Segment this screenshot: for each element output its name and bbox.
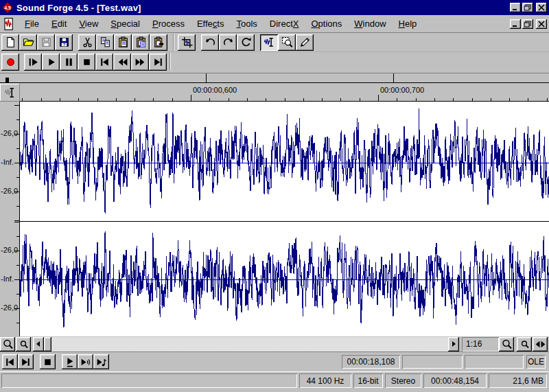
ruler-major-tick bbox=[378, 95, 379, 101]
zoom-in-horizontal-button[interactable] bbox=[499, 337, 514, 351]
ruler-minor-tick bbox=[247, 98, 248, 101]
toolbar-button-cut[interactable] bbox=[78, 34, 96, 51]
ruler-minor-tick bbox=[116, 98, 117, 101]
menu-item-options[interactable]: Options bbox=[305, 16, 348, 31]
level-label: -26,0 bbox=[1, 187, 19, 195]
ruler-minor-tick bbox=[303, 98, 304, 101]
ruler-minor-tick bbox=[135, 98, 135, 101]
ruler-major-tick bbox=[191, 95, 191, 101]
level-label: -26,0 bbox=[1, 129, 19, 137]
toolbar-button-paste-new[interactable] bbox=[150, 34, 167, 51]
transport-fast-forward-button[interactable] bbox=[131, 54, 149, 71]
menu-item-help[interactable]: Help bbox=[393, 16, 423, 31]
tool-corner-box[interactable] bbox=[0, 84, 20, 102]
zoom-out-vertical-button[interactable] bbox=[0, 337, 15, 351]
channel-mode-value: Stereo bbox=[391, 376, 415, 386]
overview-bar[interactable] bbox=[0, 73, 549, 83]
document-icon[interactable] bbox=[2, 18, 14, 30]
close-button[interactable] bbox=[536, 3, 547, 12]
playbar-play-device-button[interactable] bbox=[78, 354, 93, 369]
transport-rewind-button[interactable] bbox=[113, 54, 131, 71]
overview-view-mark bbox=[393, 73, 394, 82]
playbar-play-normal-button[interactable] bbox=[62, 354, 78, 369]
zoom-window-button[interactable] bbox=[533, 337, 548, 351]
mdi-minimize-button[interactable] bbox=[510, 19, 521, 29]
playbar-play-preview-button[interactable] bbox=[93, 354, 109, 369]
svg-text:4.5: 4.5 bbox=[4, 5, 11, 10]
toolbar-button-pencil[interactable] bbox=[296, 34, 314, 51]
transport-record-button[interactable] bbox=[1, 54, 19, 71]
transport-play-button[interactable] bbox=[42, 54, 60, 71]
transport-pause-button[interactable] bbox=[60, 54, 78, 71]
playbar-empty-panel-2 bbox=[465, 355, 524, 369]
menu-bar: FileEditViewSpecialProcessEffectsToolsDi… bbox=[0, 15, 549, 33]
zoom-ratio-value: 1:16 bbox=[466, 339, 482, 349]
level-label: -Inf. bbox=[1, 158, 19, 166]
toolbar-button-save-as[interactable]: ? bbox=[55, 34, 73, 51]
ruler-minor-tick bbox=[397, 98, 397, 101]
toolbar-button-edit-tool[interactable] bbox=[260, 34, 278, 51]
menu-item-directx[interactable]: DirectX bbox=[264, 16, 305, 31]
time-ruler[interactable]: 00:00:00,60000:00:00,700 bbox=[20, 84, 549, 102]
ruler-minor-tick bbox=[229, 98, 229, 101]
mdi-restore-button[interactable] bbox=[522, 19, 533, 29]
playbar-go-start-button[interactable] bbox=[2, 354, 18, 369]
toolbar-button-paste[interactable] bbox=[114, 34, 132, 51]
toolbar-button-paste-special[interactable] bbox=[132, 34, 150, 51]
level-tick bbox=[14, 279, 19, 280]
overview-cursor-mark bbox=[5, 78, 9, 82]
transport-go-start-button[interactable] bbox=[95, 54, 113, 71]
ruler-minor-tick bbox=[453, 98, 454, 101]
toolbar-button-undo[interactable] bbox=[201, 34, 219, 51]
toolbar-button-open-folder[interactable] bbox=[19, 34, 37, 51]
zoom-out-horizontal-button[interactable] bbox=[517, 337, 532, 351]
transport-stop-button[interactable] bbox=[78, 54, 95, 71]
mdi-close-button[interactable] bbox=[536, 19, 547, 29]
level-tick bbox=[14, 192, 19, 192]
file-size-value: 21,6 MB bbox=[513, 376, 544, 386]
scroll-right-button[interactable] bbox=[448, 337, 459, 351]
transport-play-all-button[interactable] bbox=[24, 54, 42, 71]
window-title: Sound Forge 4.5 - [Test.wav] bbox=[16, 3, 510, 13]
bit-depth-value: 16-bit bbox=[358, 376, 378, 386]
playbar-go-end-button[interactable] bbox=[18, 354, 34, 369]
toolbar-button-new-file[interactable] bbox=[1, 34, 19, 51]
level-tick bbox=[14, 105, 19, 106]
ruler-minor-tick bbox=[472, 98, 473, 101]
toolbar-button-trim[interactable] bbox=[178, 34, 196, 51]
total-length-value: 00:00:48,154 bbox=[431, 376, 479, 386]
restore-button[interactable] bbox=[522, 3, 533, 12]
menu-item-tools[interactable]: Tools bbox=[230, 16, 263, 31]
zoom-in-vertical-button[interactable] bbox=[16, 337, 31, 351]
toolbar-button-save bbox=[37, 34, 55, 51]
scrollbar-thumb[interactable] bbox=[44, 337, 51, 351]
ruler-time-label: 00:00:00,700 bbox=[380, 86, 424, 94]
menu-item-file[interactable]: File bbox=[19, 16, 45, 31]
menu-item-edit[interactable]: Edit bbox=[45, 16, 73, 31]
sample-rate-panel: 44 100 Hz bbox=[299, 373, 351, 388]
level-tick bbox=[14, 220, 19, 221]
ruler-minor-tick bbox=[322, 98, 323, 101]
transport-go-end-button[interactable] bbox=[149, 54, 167, 71]
playbar: 00:00:18,108 OLE bbox=[0, 352, 549, 371]
toolbar-button-redo[interactable] bbox=[219, 34, 237, 51]
minimize-button[interactable] bbox=[510, 3, 521, 12]
toolbar-separator bbox=[173, 34, 174, 51]
menu-item-window[interactable]: Window bbox=[348, 16, 392, 31]
scroll-left-button[interactable] bbox=[33, 337, 44, 351]
ruler-minor-tick bbox=[285, 98, 285, 101]
menu-item-view[interactable]: View bbox=[73, 16, 104, 31]
playback-position-value: 00:00:18,108 bbox=[347, 357, 395, 367]
menu-item-process[interactable]: Process bbox=[146, 16, 191, 31]
menu-item-special[interactable]: Special bbox=[104, 16, 146, 31]
toolbar-button-copy[interactable] bbox=[96, 34, 114, 51]
playbar-stop-button[interactable] bbox=[40, 354, 56, 369]
waveform-display[interactable] bbox=[20, 102, 549, 336]
main-toolbar: ? bbox=[0, 33, 549, 52]
level-tick bbox=[14, 308, 19, 309]
toolbar-button-magnify[interactable] bbox=[278, 34, 296, 51]
toolbar-button-repeat[interactable] bbox=[237, 34, 255, 51]
ruler-minor-tick bbox=[360, 98, 360, 101]
scrollbar-track[interactable] bbox=[51, 337, 448, 351]
menu-item-effects[interactable]: Effects bbox=[191, 16, 231, 31]
